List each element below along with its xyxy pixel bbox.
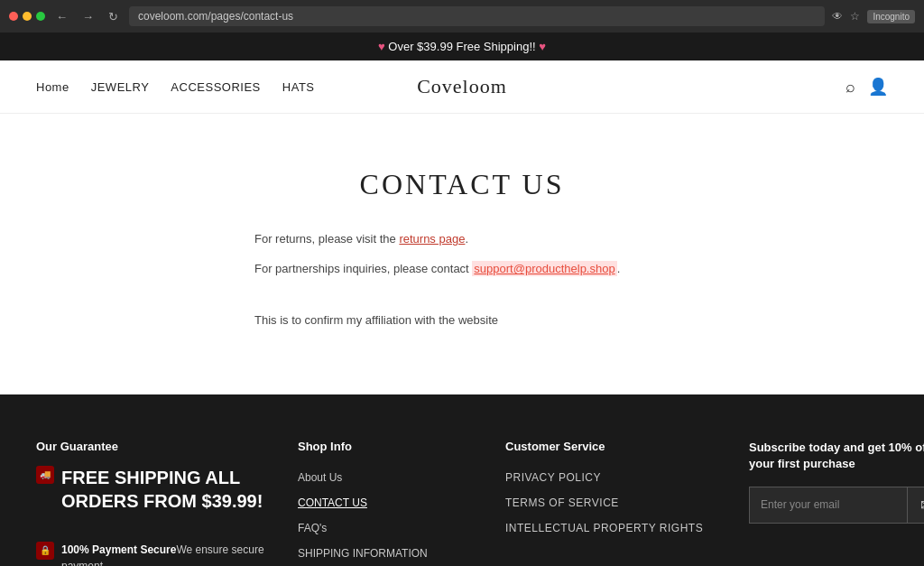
main-nav: Home JEWELRY ACCESSORIES HATS bbox=[36, 80, 315, 94]
url-text: coveloom.com/pages/contact-us bbox=[138, 10, 293, 23]
returns-line: For returns, please visit the returns pa… bbox=[254, 228, 670, 249]
nav-home[interactable]: Home bbox=[36, 80, 69, 94]
back-button[interactable]: ← bbox=[52, 8, 71, 25]
shipping-text: FREE SHIPPING ALL ORDERS FROM $39.99! bbox=[61, 466, 271, 513]
footer-grid: Our Guarantee 🚚 FREE SHIPPING ALL ORDERS… bbox=[36, 440, 888, 566]
header-icons: ⌕ 👤 bbox=[845, 77, 888, 97]
browser-chrome: ← → ↻ coveloom.com/pages/contact-us 👁 ☆ … bbox=[0, 0, 924, 32]
list-item: SHIPPING INFORMATION bbox=[298, 545, 478, 560]
shop-info-title: Shop Info bbox=[298, 440, 478, 453]
maximize-dot[interactable] bbox=[36, 12, 45, 21]
announcement-bar: ♥ Over $39.99 Free Shipping!! ♥ bbox=[0, 32, 924, 60]
payment-text: 100% Payment SecureWe ensure secure paym… bbox=[61, 542, 271, 566]
customer-service-section: Customer Service Privacy Policy TERMS OF… bbox=[505, 440, 722, 566]
site-footer: Our Guarantee 🚚 FREE SHIPPING ALL ORDERS… bbox=[0, 394, 924, 566]
reload-button[interactable]: ↻ bbox=[105, 8, 122, 25]
heart-left-icon: ♥ bbox=[378, 40, 385, 53]
nav-hats[interactable]: HATS bbox=[282, 80, 315, 94]
contact-us-link[interactable]: CONTACT US bbox=[298, 496, 367, 509]
terms-link[interactable]: TERMS OF SERVICE bbox=[505, 496, 619, 509]
close-dot[interactable] bbox=[9, 12, 18, 21]
list-item: CONTACT US bbox=[298, 495, 478, 509]
subscribe-section: Subscribe today and get 10% off your fir… bbox=[749, 440, 924, 566]
partnerships-prefix: For partnerships inquiries, please conta… bbox=[254, 262, 472, 275]
browser-dots bbox=[9, 12, 45, 21]
email-submit-button[interactable]: ✉ bbox=[907, 487, 924, 523]
email-input[interactable] bbox=[750, 487, 907, 523]
contact-body: For returns, please visit the returns pa… bbox=[254, 228, 670, 331]
page-title: CONTACT US bbox=[36, 168, 888, 201]
list-item: INTELLECTUAL PROPERTY RIGHTS bbox=[505, 520, 722, 534]
ip-rights-link[interactable]: INTELLECTUAL PROPERTY RIGHTS bbox=[505, 522, 703, 534]
shipping-icon: 🚚 bbox=[36, 466, 54, 484]
guarantee-section: Our Guarantee 🚚 FREE SHIPPING ALL ORDERS… bbox=[36, 440, 271, 566]
site-header: Home JEWELRY ACCESSORIES HATS Coveloom ⌕… bbox=[0, 60, 924, 114]
guarantee-item-shipping: 🚚 FREE SHIPPING ALL ORDERS FROM $39.99! bbox=[36, 466, 271, 525]
about-us-link[interactable]: About Us bbox=[298, 471, 342, 484]
faq-link[interactable]: FAQ's bbox=[298, 522, 327, 534]
email-link[interactable]: support@producthelp.shop bbox=[472, 261, 616, 276]
announcement-text: Over $39.99 Free Shipping!! bbox=[388, 40, 535, 53]
customer-service-links: Privacy Policy TERMS OF SERVICE INTELLEC… bbox=[505, 469, 722, 534]
shop-info-links: About Us CONTACT US FAQ's SHIPPING INFOR… bbox=[298, 469, 478, 560]
list-item: TERMS OF SERVICE bbox=[505, 495, 722, 509]
partnerships-line: For partnerships inquiries, please conta… bbox=[254, 258, 670, 279]
browser-actions: 👁 ☆ Incognito bbox=[832, 10, 915, 23]
guarantee-item-payment: 🔒 100% Payment SecureWe ensure secure pa… bbox=[36, 542, 271, 566]
account-icon[interactable]: 👤 bbox=[868, 77, 888, 97]
subscribe-title: Subscribe today and get 10% off your fir… bbox=[749, 440, 924, 472]
search-icon[interactable]: ⌕ bbox=[845, 78, 855, 97]
star-icon[interactable]: ☆ bbox=[850, 10, 860, 23]
affiliation-line: This is to confirm my affiliation with t… bbox=[254, 289, 670, 331]
returns-link[interactable]: returns page bbox=[399, 232, 465, 246]
list-item: About Us bbox=[298, 469, 478, 484]
shop-info-section: Shop Info About Us CONTACT US FAQ's SHIP… bbox=[298, 440, 478, 566]
incognito-badge: Incognito bbox=[867, 10, 915, 23]
main-content: CONTACT US For returns, please visit the… bbox=[0, 114, 924, 394]
heart-right-icon: ♥ bbox=[539, 40, 546, 53]
returns-prefix: For returns, please visit the bbox=[254, 232, 399, 246]
minimize-dot[interactable] bbox=[23, 12, 32, 21]
list-item: FAQ's bbox=[298, 520, 478, 534]
eye-slash-icon: 👁 bbox=[832, 10, 843, 23]
site-logo[interactable]: Coveloom bbox=[417, 75, 507, 98]
forward-button[interactable]: → bbox=[79, 8, 97, 25]
customer-service-title: Customer Service bbox=[505, 440, 722, 453]
privacy-policy-link[interactable]: Privacy Policy bbox=[505, 471, 601, 484]
address-bar[interactable]: coveloom.com/pages/contact-us bbox=[129, 6, 825, 26]
list-item: Privacy Policy bbox=[505, 469, 722, 484]
guarantee-title: Our Guarantee bbox=[36, 440, 271, 453]
nav-jewelry[interactable]: JEWELRY bbox=[91, 80, 150, 94]
nav-accessories[interactable]: ACCESSORIES bbox=[171, 80, 260, 94]
email-input-row: ✉ bbox=[749, 487, 924, 524]
payment-icon: 🔒 bbox=[36, 542, 54, 560]
shipping-info-link[interactable]: SHIPPING INFORMATION bbox=[298, 547, 428, 560]
